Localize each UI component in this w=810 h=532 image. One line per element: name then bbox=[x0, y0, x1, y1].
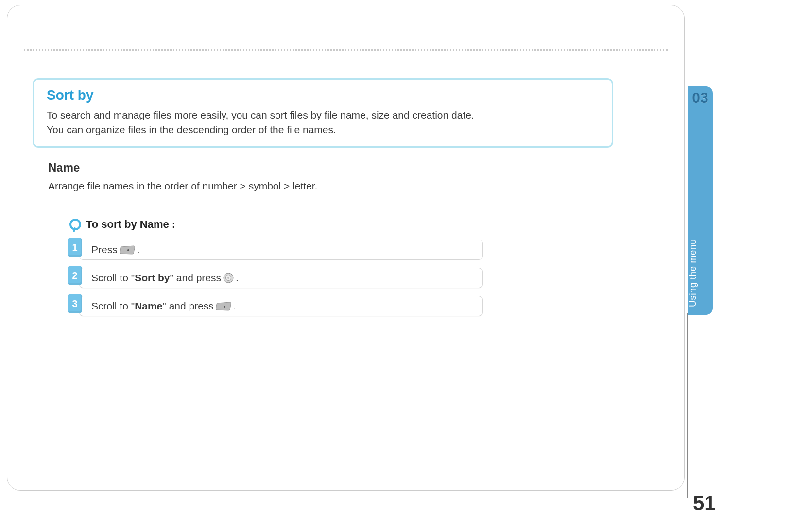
step-badge: 1 bbox=[68, 238, 82, 257]
steps-title-row: To sort by Name : bbox=[69, 218, 483, 231]
info-desc: To search and manage files more easily, … bbox=[47, 108, 599, 137]
info-title: Sort by bbox=[47, 87, 599, 103]
step-text-mid: " and press bbox=[170, 272, 222, 284]
menu-button-icon bbox=[120, 245, 135, 255]
divider-dotted bbox=[24, 49, 668, 51]
svg-point-4 bbox=[224, 306, 225, 308]
step-text-bold: Sort by bbox=[135, 272, 170, 284]
step-text-post: . bbox=[137, 244, 140, 256]
step-text-mid: " and press bbox=[162, 300, 214, 312]
page-number: 51 bbox=[693, 492, 716, 515]
info-box: Sort by To search and manage files more … bbox=[33, 78, 613, 148]
page-frame: Sort by To search and manage files more … bbox=[7, 5, 685, 491]
step-3: 3 Scroll to " Name " and press . bbox=[69, 296, 483, 316]
section-heading: Name bbox=[48, 161, 80, 174]
chapter-number: 03 bbox=[688, 89, 713, 106]
svg-point-3 bbox=[227, 277, 229, 279]
step-2: 2 Scroll to " Sort by " and press . bbox=[69, 268, 483, 288]
step-body: Scroll to " Sort by " and press . bbox=[79, 268, 483, 288]
step-text-post: . bbox=[236, 272, 239, 284]
side-tab: 03 Using the menu bbox=[688, 86, 713, 315]
step-text-pre: Press bbox=[91, 244, 118, 256]
step-text-pre: Scroll to " bbox=[91, 300, 135, 312]
ok-round-icon bbox=[223, 273, 234, 283]
steps-title: To sort by Name : bbox=[86, 218, 175, 231]
info-desc-line2: You can organize files in the descending… bbox=[47, 124, 336, 135]
svg-point-0 bbox=[127, 249, 129, 251]
step-text-pre: Scroll to " bbox=[91, 272, 135, 284]
menu-button-icon bbox=[216, 301, 231, 311]
step-badge: 3 bbox=[68, 294, 82, 313]
step-body: Press . bbox=[79, 240, 483, 260]
step-text-bold: Name bbox=[135, 300, 162, 312]
side-tab-label: Using the menu bbox=[688, 239, 713, 307]
info-desc-line1: To search and manage files more easily, … bbox=[47, 109, 474, 120]
steps-block: To sort by Name : 1 Press . bbox=[69, 218, 483, 324]
vertical-line bbox=[687, 313, 688, 498]
step-1: 1 Press . bbox=[69, 240, 483, 260]
section-desc: Arrange file names in the order of numbe… bbox=[48, 180, 317, 192]
step-body: Scroll to " Name " and press . bbox=[79, 296, 483, 316]
step-badge: 2 bbox=[68, 266, 82, 285]
ring-icon bbox=[69, 219, 81, 230]
step-text-post: . bbox=[233, 300, 236, 312]
